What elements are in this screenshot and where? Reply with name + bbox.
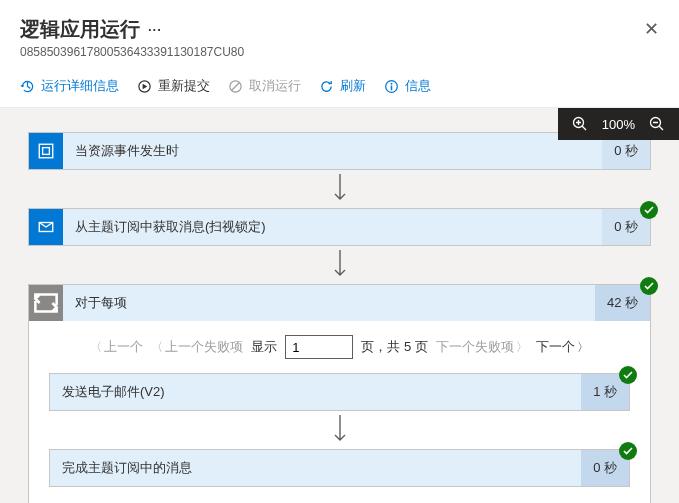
more-button[interactable]: ··· — [148, 22, 162, 37]
resubmit-button[interactable]: 重新提交 — [137, 77, 210, 95]
chevron-right-icon: 〉 — [577, 339, 589, 356]
foreach-header[interactable]: 对于每项 42 秒 — [29, 285, 650, 321]
chevron-left-icon: 〈 — [151, 339, 163, 356]
foreach-label: 对于每项 — [63, 285, 595, 321]
refresh-icon — [319, 79, 334, 94]
cancel-icon — [228, 79, 243, 94]
success-badge — [640, 201, 658, 219]
chevron-right-icon: 〉 — [516, 339, 528, 356]
page-input[interactable] — [285, 335, 353, 359]
complete-message-node[interactable]: 完成主题订阅中的消息 0 秒 — [49, 449, 630, 487]
cancel-run-button: 取消运行 — [228, 77, 301, 95]
success-badge — [619, 366, 637, 384]
run-id: 08585039617800536433391130187CU80 — [20, 45, 659, 59]
send-mail-node[interactable]: O 发送电子邮件(V2) 1 秒 — [49, 373, 630, 411]
svg-rect-7 — [39, 144, 53, 158]
replay-icon — [137, 79, 152, 94]
chevron-left-icon: 〈 — [90, 339, 102, 356]
zoom-out-icon[interactable] — [649, 116, 665, 132]
connector-arrow — [28, 170, 651, 208]
send-mail-label: 发送电子邮件(V2) — [50, 374, 581, 410]
page-title: 逻辑应用运行 — [20, 16, 140, 43]
foreach-node[interactable]: 对于每项 42 秒 〈上一个 〈上一个失败项 显示 页，共 5 页 下一个失败项… — [28, 284, 651, 503]
show-label: 显示 — [251, 338, 277, 356]
info-icon — [384, 79, 399, 94]
connector-arrow — [28, 246, 651, 284]
next-fail-button: 下一个失败项〉 — [436, 338, 528, 356]
service-bus-icon — [29, 209, 63, 245]
svg-rect-4 — [391, 85, 393, 90]
zoom-controls: 100% — [558, 108, 679, 140]
total-pages-label: 页，共 5 页 — [361, 338, 427, 356]
zoom-level: 100% — [602, 117, 635, 132]
next-button[interactable]: 下一个〉 — [536, 338, 589, 356]
svg-rect-8 — [43, 148, 50, 155]
close-icon[interactable]: ✕ — [644, 18, 659, 40]
foreach-pager: 〈上一个 〈上一个失败项 显示 页，共 5 页 下一个失败项〉 下一个〉 — [49, 335, 630, 359]
loop-icon — [29, 285, 63, 321]
connector-arrow — [49, 411, 630, 449]
success-badge — [619, 442, 637, 460]
info-button[interactable]: 信息 — [384, 77, 431, 95]
history-icon — [20, 79, 35, 94]
event-grid-icon — [29, 133, 63, 169]
refresh-button[interactable]: 刷新 — [319, 77, 366, 95]
designer-canvas[interactable]: 100% 当资源事件发生时 0 秒 从主题订阅中获取消息(扫视锁定) 0 秒 — [0, 108, 679, 503]
prev-button: 〈上一个 — [90, 338, 143, 356]
success-badge — [640, 277, 658, 295]
trigger-label: 当资源事件发生时 — [63, 133, 602, 169]
complete-label: 完成主题订阅中的消息 — [50, 450, 581, 486]
zoom-in-icon[interactable] — [572, 116, 588, 132]
get-message-label: 从主题订阅中获取消息(扫视锁定) — [63, 209, 602, 245]
get-message-node[interactable]: 从主题订阅中获取消息(扫视锁定) 0 秒 — [28, 208, 651, 246]
run-details-button[interactable]: 运行详细信息 — [20, 77, 119, 95]
prev-fail-button: 〈上一个失败项 — [151, 338, 243, 356]
toolbar: 运行详细信息 重新提交 取消运行 刷新 信息 — [0, 67, 679, 108]
svg-point-3 — [391, 82, 393, 84]
